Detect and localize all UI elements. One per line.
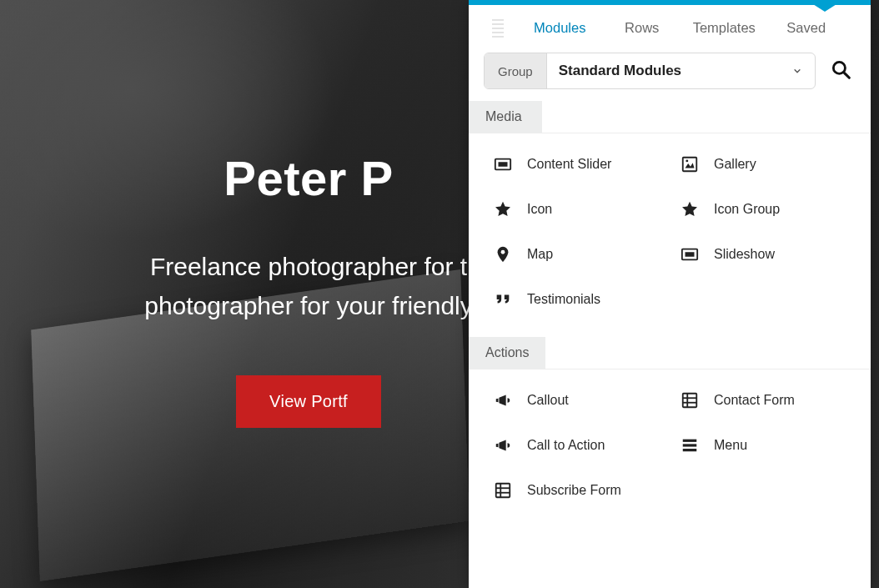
module-group-selected: Standard Modules xyxy=(559,63,681,79)
tab-templates[interactable]: Templates xyxy=(683,13,766,43)
tab-rows[interactable]: Rows xyxy=(601,13,684,43)
module-group-select[interactable]: Standard Modules xyxy=(547,53,815,88)
view-portfolio-button[interactable]: View Portf xyxy=(236,375,381,428)
module-label: Icon Group xyxy=(714,202,780,217)
section-header: Media xyxy=(469,101,871,133)
module-icon-group[interactable]: Icon Group xyxy=(681,200,851,219)
module-label: Call to Action xyxy=(527,438,605,453)
module-label: Testimonials xyxy=(527,292,600,307)
module-label: Menu xyxy=(714,438,747,453)
module-label: Callout xyxy=(527,393,569,408)
panel-arrow-icon xyxy=(806,0,843,12)
panel-accent-bar xyxy=(469,0,871,5)
search-icon xyxy=(830,58,851,83)
module-callout[interactable]: Callout xyxy=(494,391,664,410)
module-label: Gallery xyxy=(714,157,756,172)
section-title: Actions xyxy=(469,337,545,369)
section-title: Media xyxy=(469,101,542,133)
module-grid: Content SliderGalleryIconIcon GroupMapSl… xyxy=(469,133,871,337)
filter-row: Group Standard Modules xyxy=(469,49,871,101)
module-label: Slideshow xyxy=(714,247,775,262)
star-icon xyxy=(681,200,699,219)
gallery-icon xyxy=(681,155,699,173)
map-pin-icon xyxy=(494,245,512,264)
search-button[interactable] xyxy=(826,56,856,86)
menu-icon xyxy=(681,436,699,455)
section-header: Actions xyxy=(469,337,871,369)
form-icon xyxy=(681,391,699,410)
module-contact-form[interactable]: Contact Form xyxy=(681,391,851,410)
tab-saved[interactable]: Saved xyxy=(766,13,848,43)
module-menu[interactable]: Menu xyxy=(681,436,851,455)
svg-line-1 xyxy=(844,73,849,78)
module-map[interactable]: Map xyxy=(494,245,664,264)
bullhorn-icon xyxy=(494,391,512,410)
module-label: Contact Form xyxy=(714,393,795,408)
chevron-down-icon xyxy=(791,65,803,77)
module-gallery[interactable]: Gallery xyxy=(681,155,851,173)
module-label: Content Slider xyxy=(527,157,611,172)
module-label: Icon xyxy=(527,202,552,217)
module-icon[interactable]: Icon xyxy=(494,200,664,219)
module-slideshow[interactable]: Slideshow xyxy=(681,245,851,264)
module-testimonials[interactable]: Testimonials xyxy=(494,290,664,309)
drag-handle-icon[interactable] xyxy=(492,19,504,38)
hero-subtitle-line2: photographer for your friendly xyxy=(144,292,473,319)
group-filter: Group Standard Modules xyxy=(484,53,816,89)
module-label: Subscribe Form xyxy=(527,483,621,498)
module-content-slider[interactable]: Content Slider xyxy=(494,155,664,173)
slider-icon xyxy=(681,245,699,264)
builder-panel: ModulesRowsTemplatesSaved Group Standard… xyxy=(469,0,871,588)
form-icon xyxy=(494,481,512,500)
star-icon xyxy=(494,200,512,219)
hero-subtitle-line1: Freelance photographer for t xyxy=(150,253,467,280)
modules-scroll[interactable]: MediaContent SliderGalleryIconIcon Group… xyxy=(469,101,871,588)
module-subscribe-form[interactable]: Subscribe Form xyxy=(494,481,664,500)
module-label: Map xyxy=(527,247,553,262)
quote-icon xyxy=(494,290,512,309)
bullhorn-icon xyxy=(494,436,512,455)
slider-icon xyxy=(494,155,512,173)
tab-modules[interactable]: Modules xyxy=(519,13,601,43)
module-call-to-action[interactable]: Call to Action xyxy=(494,436,664,455)
module-grid: CalloutContact FormCall to ActionMenuSub… xyxy=(469,369,871,528)
group-label: Group xyxy=(485,53,547,88)
